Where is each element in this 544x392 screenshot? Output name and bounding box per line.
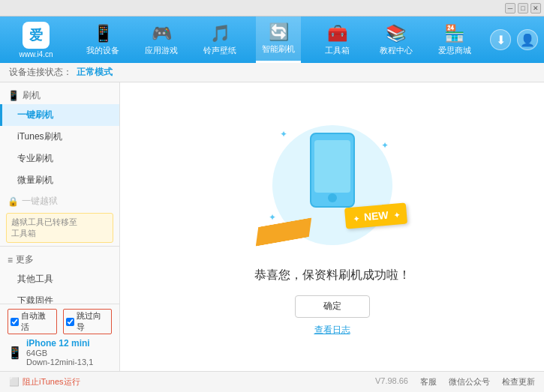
- header-right: ⬇ 👤: [490, 29, 538, 50]
- logo[interactable]: 爱 www.i4.cn: [6, 22, 66, 58]
- success-text: 恭喜您，保资料刷机成功啦！: [254, 268, 410, 283]
- itunes-flash-label: iTunes刷机: [17, 131, 62, 142]
- phone-home-button: [328, 193, 337, 202]
- nav-bar: 📱 我的设备 🎮 应用游戏 🎵 铃声壁纸 🔄 智能刷机 🧰 工具箱 📚 教程中心…: [74, 16, 484, 63]
- device-storage: 64GB: [26, 349, 93, 358]
- nav-tutorial[interactable]: 📚 教程中心: [374, 16, 419, 63]
- ribbon: [252, 217, 314, 247]
- auto-connect-input[interactable]: [11, 318, 19, 326]
- minimize-button[interactable]: ─: [505, 3, 515, 13]
- apps-games-icon: 🎮: [152, 24, 172, 43]
- skip-wizard-input[interactable]: [66, 318, 74, 326]
- device-info: 📱 iPhone 12 mini 64GB Down-12mini-13,1: [8, 338, 112, 367]
- status-label: 设备连接状态：: [9, 66, 72, 79]
- nav-label-store: 爱思商城: [438, 45, 471, 56]
- nav-smart-flash[interactable]: 🔄 智能刷机: [256, 16, 301, 63]
- nav-label-smart-flash: 智能刷机: [262, 43, 295, 55]
- customer-service-link[interactable]: 客服: [420, 376, 437, 388]
- preserve-flash-label: 微量刷机: [17, 175, 53, 185]
- more-section-icon: ≡: [8, 255, 13, 265]
- device-area: 自动激活 跳过向导 📱 iPhone 12 mini 64GB Down-12m…: [0, 304, 120, 371]
- skip-wizard-checkbox[interactable]: 跳过向导: [63, 309, 113, 334]
- device-phone-icon: 📱: [8, 346, 23, 360]
- check-update-link[interactable]: 检查更新: [502, 376, 535, 388]
- device-firmware: Down-12mini-13,1: [26, 358, 93, 367]
- flash-section-label: 刷机: [23, 89, 41, 102]
- ringtones-icon: 🎵: [210, 24, 230, 43]
- nav-label-my-device: 我的设备: [86, 45, 119, 56]
- my-device-icon: 📱: [93, 24, 113, 43]
- sidebar-item-one-click-flash[interactable]: 一键刷机: [0, 104, 119, 126]
- nav-label-toolbox: 工具箱: [325, 45, 350, 56]
- header: 爱 www.i4.cn 📱 我的设备 🎮 应用游戏 🎵 铃声壁纸 🔄 智能刷机 …: [0, 16, 544, 63]
- sparkle-3: ✦: [269, 212, 276, 223]
- sidebar-item-pro-flash[interactable]: 专业刷机: [0, 148, 119, 169]
- sidebar-divider: [0, 246, 119, 247]
- user-button[interactable]: 👤: [517, 29, 538, 50]
- logo-icon: 爱: [23, 22, 50, 49]
- wechat-link[interactable]: 微信公众号: [449, 376, 490, 388]
- tutorial-icon: 📚: [386, 24, 406, 43]
- sidebar-item-preserve-flash[interactable]: 微量刷机: [0, 169, 119, 191]
- footer: ⬜ 阻止iTunes运行 V7.98.66 客服 微信公众号 检查更新: [0, 371, 544, 392]
- sparkle-1: ✦: [280, 129, 287, 139]
- jailbreak-section-label: 一键越狱: [22, 195, 58, 208]
- logo-text: www.i4.cn: [19, 50, 53, 58]
- confirm-button[interactable]: 确定: [295, 295, 370, 318]
- toolbox-icon: 🧰: [327, 24, 347, 43]
- nav-toolbox[interactable]: 🧰 工具箱: [315, 16, 360, 63]
- stop-itunes-button[interactable]: 阻止iTunes运行: [23, 376, 80, 388]
- sidebar-item-other-tools[interactable]: 其他工具: [0, 268, 119, 290]
- pro-flash-label: 专业刷机: [17, 153, 53, 163]
- footer-right: V7.98.66 客服 微信公众号 检查更新: [375, 376, 535, 388]
- device-checkboxes: 自动激活 跳过向导: [8, 309, 112, 334]
- status-value: 正常模式: [77, 66, 113, 79]
- sidebar-section-jailbreak: 🔒 一键越狱: [0, 191, 119, 210]
- review-log-link[interactable]: 查看日志: [314, 324, 350, 337]
- maximize-button[interactable]: □: [518, 3, 528, 13]
- device-name: iPhone 12 mini: [26, 338, 93, 349]
- nav-my-device[interactable]: 📱 我的设备: [80, 16, 125, 63]
- one-click-flash-label: 一键刷机: [17, 109, 53, 120]
- flash-section-icon: 📱: [8, 90, 20, 101]
- other-tools-label: 其他工具: [17, 274, 53, 284]
- smart-flash-icon: 🔄: [269, 22, 289, 42]
- device-details: iPhone 12 mini 64GB Down-12mini-13,1: [26, 338, 93, 367]
- more-section-label: 更多: [16, 253, 34, 266]
- footer-left: ⬜ 阻止iTunes运行: [9, 376, 80, 388]
- phone-screen: [314, 140, 350, 193]
- jailbreak-notice: 越狱工具已转移至工具箱: [6, 213, 113, 243]
- stop-itunes-icon: ⬜: [9, 377, 20, 387]
- content-area: ✦ ✦ ✦ NEW 恭喜您，保资料刷机成功啦！ 确定 查看日志: [120, 82, 544, 371]
- nav-label-tutorial: 教程中心: [380, 45, 413, 56]
- nav-apps-games[interactable]: 🎮 应用游戏: [139, 16, 184, 63]
- status-bar: 设备连接状态： 正常模式: [0, 63, 544, 82]
- lock-icon: 🔒: [8, 196, 19, 207]
- sidebar-item-itunes-flash[interactable]: iTunes刷机: [0, 126, 119, 148]
- nav-label-apps-games: 应用游戏: [145, 45, 178, 56]
- title-bar: ─ □ ✕: [0, 0, 544, 16]
- nav-ringtones[interactable]: 🎵 铃声壁纸: [197, 16, 242, 63]
- version-label: V7.98.66: [375, 376, 408, 388]
- download-button[interactable]: ⬇: [490, 29, 511, 50]
- sparkle-2: ✦: [381, 140, 389, 151]
- phone-device: [310, 133, 355, 208]
- store-icon: 🏪: [444, 24, 464, 43]
- sidebar-section-flash: 📱 刷机: [0, 85, 119, 104]
- close-button[interactable]: ✕: [530, 3, 541, 13]
- auto-connect-checkbox[interactable]: 自动激活: [8, 309, 57, 334]
- nav-store[interactable]: 🏪 爱思商城: [432, 16, 477, 63]
- phone-illustration: ✦ ✦ ✦ NEW: [265, 118, 400, 253]
- nav-label-ringtones: 铃声壁纸: [203, 45, 236, 56]
- sidebar-section-more: ≡ 更多: [0, 250, 119, 268]
